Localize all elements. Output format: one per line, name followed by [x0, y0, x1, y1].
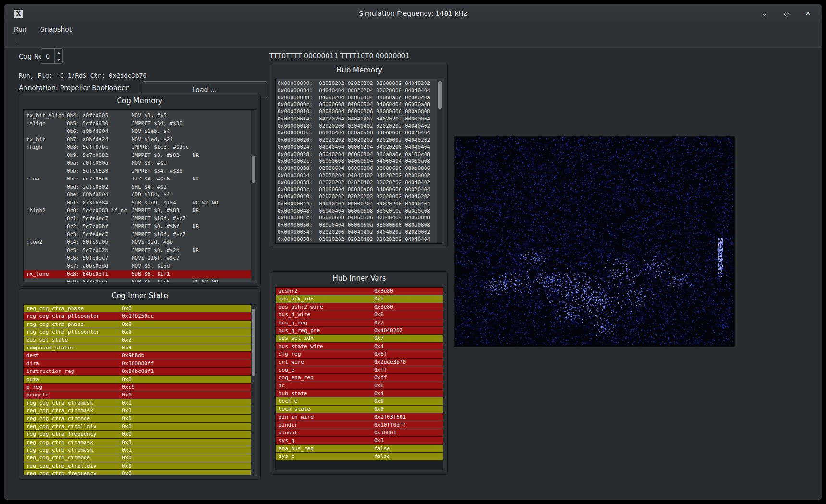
var-row[interactable]: lock_state0x0 [276, 406, 443, 413]
hex-row[interactable]: 0x0000004c: 06060608 04060606 02040404 0… [276, 215, 443, 222]
var-row[interactable]: progctr0x0 [24, 391, 256, 398]
hex-row[interactable]: 0x00000054: 02020206 04040402 04040202 0… [276, 229, 443, 236]
var-row[interactable]: bus_d_wire0x6 [276, 311, 443, 318]
var-row[interactable]: bus_q_reg_pre0x4040202 [276, 327, 443, 334]
menu-item-run[interactable]: Run [14, 25, 27, 33]
disasm-row[interactable]: 0be: 80bf0804ADD $184, $4 [24, 191, 256, 199]
maximize-icon[interactable]: ◇ [782, 10, 790, 17]
disasm-row[interactable]: :high0b8: 5cff87bcJMPRET $1c3, #$1bc [24, 144, 256, 152]
hex-row[interactable]: 0x00000000: 02020202 02020202 02000002 0… [276, 80, 443, 87]
disasm-row[interactable]: rx_long0c8: 84bc0df1SUB $6, $1f1 [24, 270, 256, 278]
hex-row[interactable]: 0x00000004: 04040404 00020204 02020000 0… [276, 87, 443, 95]
disasm-row[interactable]: :low0bc: ec7c08c6TJZ $4, #$c6NR [24, 175, 256, 183]
var-row[interactable]: dira0x100000ff [24, 360, 256, 367]
var-row[interactable]: p_reg0xc9 [24, 384, 256, 391]
cog-no-spinner[interactable]: 0 ▲ ▼ [41, 48, 63, 64]
var-row[interactable]: reg_cog_ctra_frequency0x0 [24, 431, 256, 438]
hex-row[interactable]: 0x00000030: 08080604 06060806 08080606 0… [276, 165, 443, 172]
var-row[interactable]: reg_cog_ctrb_pllcounter0x0 [24, 328, 256, 336]
hex-row[interactable]: 0x00000024: 04040404 00000204 04020200 0… [276, 144, 443, 151]
var-row[interactable]: reg_cog_ctrb_phase0x0 [24, 321, 256, 328]
disasm-row[interactable]: :align0b5: 5cfc6830JMPRET $34, #$30 [24, 120, 256, 128]
var-row[interactable]: bus_ashr2_wire0x3e80 [276, 303, 443, 311]
hex-row[interactable]: 0x00000028: 06040204 06060804 080a0a0e 0… [276, 151, 443, 158]
var-row[interactable]: compound_statex0x4 [24, 344, 256, 351]
var-row[interactable]: dc0x6 [276, 382, 443, 389]
var-row[interactable]: reg_cog_ctrb_ctrplldiv0x0 [24, 462, 256, 469]
hex-row[interactable]: 0x00000038: 02020202 02020402 02020202 0… [276, 180, 443, 187]
disasm-row[interactable]: 0b9: 5c7c0082JMPRET $0, #$82NR [24, 152, 256, 160]
hub-memory-scroll-handle[interactable] [438, 81, 442, 109]
var-row[interactable]: reg_cog_ctra_ctrmode0x0 [24, 415, 256, 422]
hub-memory-scrollbar[interactable] [437, 79, 443, 243]
var-row[interactable]: reg_cog_ctrb_ctrbmask0x1 [24, 446, 256, 454]
disasm-row[interactable]: 0bd: 2cfc0802SHL $4, #$2 [24, 183, 256, 192]
hex-row[interactable]: 0x00000014: 04020204 04040402 04020202 0… [276, 116, 443, 123]
hex-row[interactable]: 0x0000000c: 06060608 04060604 04060404 0… [276, 101, 443, 108]
disasm-row[interactable]: 0b6: a0bfd604MOV $1eb, $4 [24, 128, 256, 136]
hex-row[interactable]: 0x00000008: 04060204 08060804 08060a0c 0… [276, 95, 443, 102]
var-row[interactable]: reg_cog_ctrb_ctramask0x1 [24, 439, 256, 446]
var-row[interactable]: pindir0x10ff0dff [276, 421, 443, 429]
toolbar-drag-handle[interactable] [17, 38, 19, 45]
hex-row[interactable]: 0x0000003c: 08060604 08080a08 04060606 0… [276, 186, 443, 193]
disasm-row[interactable]: 0ba: a0fc060aMOV $3, #$a [24, 159, 256, 168]
var-row[interactable]: sys_cfalse [276, 453, 443, 460]
minimize-icon[interactable]: ⌄ [760, 10, 769, 17]
var-row[interactable]: reg_cog_ctrb_frequency0x0 [24, 470, 256, 475]
var-row[interactable]: cog_ena_reg0xff [276, 374, 443, 381]
var-row[interactable]: pinout0x30801 [276, 429, 443, 436]
var-row[interactable]: reg_cog_ctra_ctramask0x1 [24, 399, 256, 407]
hex-row[interactable]: 0x00000050: 080a0404 0606060a 08080606 0… [276, 222, 443, 229]
cog-memory-scrollbar[interactable] [251, 110, 256, 282]
menu-item-snapshot[interactable]: Snapshot [40, 25, 72, 33]
hex-row[interactable]: 0x00000048: 06040404 06060608 080e0c0a 0… [276, 208, 443, 215]
hex-row[interactable]: 0x00000040: 02020202 02020202 02020002 0… [276, 193, 443, 201]
hex-row[interactable]: 0x00000020: 02020202 02020202 02020002 0… [276, 137, 443, 144]
var-row[interactable]: bus_state_wire0x4 [276, 343, 443, 350]
var-row[interactable]: reg_cog_ctra_ctrplldiv0x0 [24, 423, 256, 430]
var-row[interactable]: cfg_reg0x6f [276, 350, 443, 358]
hex-row[interactable]: 0x00000010: 08080604 06060806 08080606 0… [276, 108, 443, 116]
disasm-row[interactable]: :low20c4: 50fc5a0bMOVS $2d, #$b [24, 239, 256, 247]
disasm-row[interactable]: 0bf: 873fb384SUB $1d9, $184WC WZ NR [24, 199, 256, 207]
disasm-row[interactable]: tx_bit0b7: a0bfda24MOV $1ed, $24 [24, 136, 256, 144]
hex-row[interactable]: 0x00000034: 02020204 04040402 04020202 0… [276, 172, 443, 180]
close-icon[interactable]: ✕ [803, 10, 812, 17]
var-row[interactable]: hub_state0x4 [276, 390, 443, 397]
var-row[interactable]: outa0x0 [24, 376, 256, 383]
disasm-row[interactable]: 0c5: 5c7c002bJMPRET $0, #$2bNR [24, 247, 256, 255]
var-row[interactable]: lock_e0x0 [276, 397, 443, 405]
disasm-row[interactable]: 0bb: 5cfc6830JMPRET $34, #$30 [24, 168, 256, 176]
cog-memory-scroll-handle[interactable] [252, 156, 255, 183]
disasm-row[interactable]: 0c9: 873c0bc5SUB $6, $1c5WC WZ NR [24, 278, 256, 283]
var-row[interactable]: bus_q_reg0x2 [276, 319, 443, 326]
hex-row[interactable]: 0x00000044: 04040404 00000204 04020200 0… [276, 201, 443, 208]
hex-row[interactable]: 0x00000058: 02020202 02020402 02020202 0… [276, 236, 443, 243]
var-row[interactable]: cnt_wire0x2dde3b70 [276, 359, 443, 366]
disasm-row[interactable]: 0c3: 5cfedec7JMPRET $16f, #$c7 [24, 231, 256, 239]
disasm-row[interactable]: 0c7: a0bc0dddMOV $6, $1dd [24, 263, 256, 271]
cog-inner-state-scroll-handle[interactable] [252, 309, 255, 376]
disasm-row[interactable]: :high20c0: 5c4c0083 if_ncJMPRET $0, #$83… [24, 207, 256, 215]
var-row[interactable]: cog_e0xff [276, 366, 443, 373]
hex-row[interactable]: 0x0000002c: 06060608 04060604 04060404 0… [276, 158, 443, 165]
var-row[interactable]: reg_cog_ctra_phase0x0 [24, 305, 256, 312]
var-row[interactable]: reg_cog_ctra_pllcounter0x1fb250cc [24, 312, 256, 320]
disasm-row[interactable]: 0c1: 5cfedec7JMPRET $16f, #$c7 [24, 215, 256, 223]
var-row[interactable]: dest0x9b8db [24, 352, 256, 359]
disasm-row[interactable]: tx_bit_align0b4: a0fc0605MOV $3, #$5 [24, 112, 256, 120]
var-row[interactable]: pin_in_wire0x2f03f601 [276, 413, 443, 420]
cog-no-value[interactable]: 0 [41, 49, 54, 63]
var-row[interactable]: reg_cog_ctrb_ctrmode0x0 [24, 454, 256, 461]
var-row[interactable]: instruction_reg0x84bc0df1 [24, 368, 256, 375]
hex-row[interactable]: 0x0000001c: 06040404 080a0a08 04060608 0… [276, 130, 443, 137]
disasm-row[interactable]: 0c2: 5c7c00bfJMPRET $0, #$bfNR [24, 223, 256, 231]
var-row[interactable]: bus_sel_state0x2 [24, 336, 256, 344]
var-row[interactable]: bus_ack_idx0xf [276, 295, 443, 302]
disasm-row[interactable]: 0c6: 50fedec7MOVS $16f, #$c7 [24, 254, 256, 263]
var-row[interactable]: reg_cog_ctra_ctrbmask0x1 [24, 407, 256, 414]
var-row[interactable]: sys_q0x3 [276, 437, 443, 444]
cog-inner-state-scrollbar[interactable] [251, 305, 256, 475]
spin-down-icon[interactable]: ▼ [55, 56, 62, 63]
